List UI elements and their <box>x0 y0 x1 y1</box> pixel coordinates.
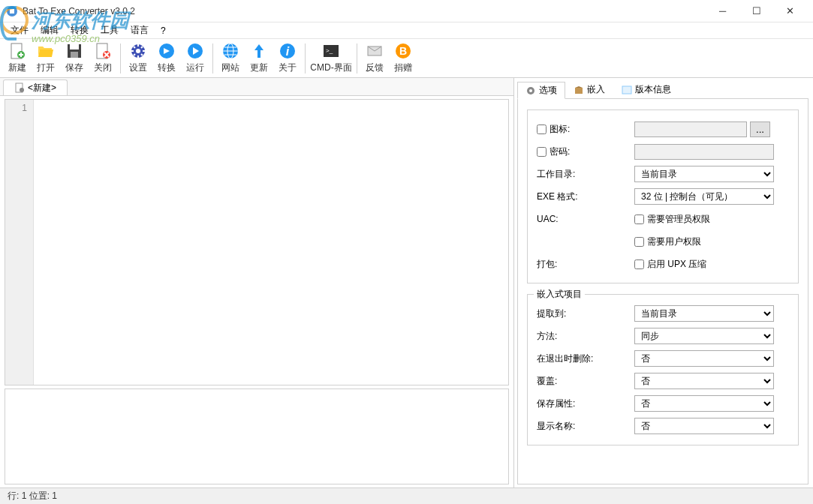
settings-icon <box>129 42 147 60</box>
svg-rect-6 <box>71 52 78 58</box>
output-panel[interactable] <box>5 388 509 484</box>
icon-input[interactable] <box>634 122 747 137</box>
svg-text:i: i <box>286 45 290 58</box>
maximize-button[interactable]: ☐ <box>739 0 773 22</box>
embed-options-group: 嵌入式项目 提取到: 当前目录 方法: 同步 在退出时删除: 否 <box>527 294 799 446</box>
showname-label: 显示名称: <box>537 420 634 433</box>
bitcoin-icon: B <box>394 42 412 60</box>
delete-select[interactable]: 否 <box>634 350 774 367</box>
svg-text:>_: >_ <box>326 47 333 54</box>
showname-select[interactable]: 否 <box>634 418 774 434</box>
svg-rect-27 <box>622 86 631 94</box>
svg-text:B: B <box>399 45 407 57</box>
cursor-position: 行: 1 位置: 1 <box>8 490 57 502</box>
tab-options[interactable]: 选项 <box>517 82 565 99</box>
statusbar: 行: 1 位置: 1 <box>0 488 813 504</box>
mail-icon <box>366 42 384 60</box>
toolbar-settings[interactable]: 设置 <box>125 40 152 76</box>
embed-group-title: 嵌入式项目 <box>534 288 585 301</box>
toolbar-feedback[interactable]: 反馈 <box>361 40 388 76</box>
new-file-icon <box>8 42 26 60</box>
toolbar-donate[interactable]: B 捐赠 <box>390 40 417 76</box>
toolbar: 新建 打开 保存 关闭 设置 转换 运行 网站 更新 i 关于 >_ CMD-界… <box>0 39 813 78</box>
right-panel: 选项 嵌入 版本信息 图标: <box>514 78 813 488</box>
editor-area: <新建> 1 <box>0 78 514 488</box>
editor-content[interactable] <box>34 100 508 385</box>
save-icon <box>65 42 83 60</box>
svg-rect-5 <box>70 44 79 50</box>
tab-embed[interactable]: 嵌入 <box>565 81 613 98</box>
method-label: 方法: <box>537 330 634 343</box>
uac-user-checkbox[interactable] <box>634 237 644 247</box>
upx-checkbox[interactable] <box>634 260 644 269</box>
line-gutter: 1 <box>5 100 34 385</box>
svg-point-23 <box>20 88 24 92</box>
uac-admin-checkbox[interactable] <box>634 214 644 224</box>
password-input[interactable] <box>634 144 774 160</box>
titlebar: Bat To Exe Converter v3.0.2 ─ ☐ ✕ <box>0 0 813 22</box>
menu-tools[interactable]: 工具 <box>95 22 125 38</box>
close-button[interactable]: ✕ <box>773 0 807 22</box>
package-icon <box>574 85 584 95</box>
folder-open-icon <box>37 42 55 60</box>
delete-label: 在退出时删除: <box>537 352 634 365</box>
minimize-button[interactable]: ─ <box>706 0 739 22</box>
svg-point-25 <box>529 89 532 92</box>
toolbar-open[interactable]: 打开 <box>32 40 59 76</box>
method-select[interactable]: 同步 <box>634 328 774 344</box>
toolbar-cmd[interactable]: >_ CMD-界面 <box>309 40 353 76</box>
exeformat-select[interactable]: 32 位 | 控制台（可见） <box>634 188 774 205</box>
editor-tabs: <新建> <box>0 78 513 96</box>
overwrite-label: 覆盖: <box>537 375 634 388</box>
run-icon <box>186 42 204 60</box>
overwrite-select[interactable]: 否 <box>634 373 774 389</box>
extract-select[interactable]: 当前目录 <box>634 305 774 322</box>
toolbar-run[interactable]: 运行 <box>182 40 209 76</box>
menu-help[interactable]: ? <box>155 24 172 38</box>
options-panel: 图标: ... 密码: <box>517 99 808 484</box>
password-checkbox-wrap[interactable]: 密码: <box>537 146 634 158</box>
saveattr-select[interactable]: 否 <box>634 395 774 412</box>
svg-rect-1 <box>10 9 14 14</box>
toolbar-save[interactable]: 保存 <box>61 40 88 76</box>
toolbar-close[interactable]: 关闭 <box>89 40 116 76</box>
uac-user-wrap[interactable]: 需要用户权限 <box>634 236 701 248</box>
workdir-select[interactable]: 当前目录 <box>634 166 774 182</box>
basic-options-group: 图标: ... 密码: <box>527 110 799 284</box>
svg-point-10 <box>136 49 140 53</box>
toolbar-update[interactable]: 更新 <box>245 40 273 76</box>
menu-file[interactable]: 文件 <box>5 22 35 38</box>
terminal-icon: >_ <box>322 42 340 60</box>
workdir-label: 工作目录: <box>537 168 634 181</box>
tab-version[interactable]: 版本信息 <box>613 81 679 98</box>
convert-icon <box>158 42 176 60</box>
toolbar-convert[interactable]: 转换 <box>153 40 180 76</box>
code-editor[interactable]: 1 <box>5 99 509 386</box>
toolbar-about[interactable]: i 关于 <box>274 40 301 76</box>
gear-icon <box>525 86 536 96</box>
icon-browse-button[interactable]: ... <box>750 122 770 137</box>
upx-wrap[interactable]: 启用 UPX 压缩 <box>634 258 706 271</box>
svg-rect-26 <box>575 88 583 94</box>
menu-language[interactable]: 语言 <box>125 22 155 38</box>
editor-tab-new[interactable]: <新建> <box>3 80 68 95</box>
document-icon <box>14 82 25 93</box>
menu-convert[interactable]: 转换 <box>65 22 95 38</box>
uac-label: UAC: <box>537 214 634 224</box>
exeformat-label: EXE 格式: <box>537 190 634 203</box>
pack-label: 打包: <box>537 258 634 271</box>
password-checkbox[interactable] <box>537 147 547 157</box>
window-title: Bat To Exe Converter v3.0.2 <box>23 6 706 16</box>
icon-checkbox[interactable] <box>537 124 547 134</box>
panel-tabs: 选项 嵌入 版本信息 <box>517 81 808 99</box>
menu-edit[interactable]: 编辑 <box>35 22 65 38</box>
toolbar-new[interactable]: 新建 <box>4 40 31 76</box>
extract-label: 提取到: <box>537 308 634 320</box>
app-icon <box>6 5 18 17</box>
saveattr-label: 保存属性: <box>537 398 634 410</box>
close-file-icon <box>94 42 112 60</box>
globe-icon <box>221 42 239 60</box>
toolbar-website[interactable]: 网站 <box>217 40 244 76</box>
icon-checkbox-wrap[interactable]: 图标: <box>537 123 634 136</box>
uac-admin-wrap[interactable]: 需要管理员权限 <box>634 213 710 226</box>
